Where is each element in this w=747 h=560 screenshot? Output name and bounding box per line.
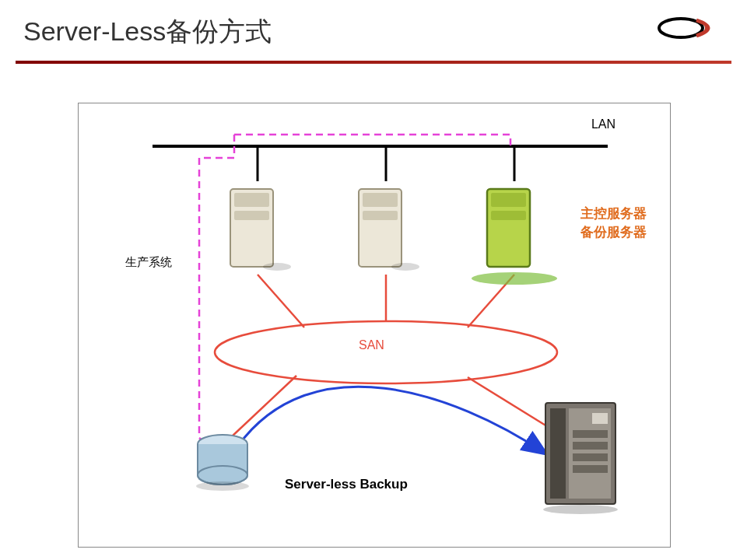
logo xyxy=(654,14,724,42)
svg-point-19 xyxy=(391,263,419,271)
svg-rect-31 xyxy=(573,442,608,450)
serverless-backup-label: Server-less Backup xyxy=(285,477,408,492)
storage-disk-icon xyxy=(191,430,254,492)
control-label-line2: 备份服务器 xyxy=(580,225,647,240)
svg-rect-17 xyxy=(363,193,398,207)
svg-point-15 xyxy=(263,263,291,271)
svg-rect-30 xyxy=(573,430,608,438)
header-rule xyxy=(16,61,731,64)
san-label: SAN xyxy=(359,338,384,352)
production-label: 生产系统 xyxy=(125,255,172,270)
svg-rect-27 xyxy=(550,408,566,499)
svg-rect-32 xyxy=(573,453,608,461)
control-server-label: 主控服务器 备份服务器 xyxy=(580,205,647,242)
svg-point-25 xyxy=(196,481,249,491)
svg-rect-18 xyxy=(363,211,398,220)
control-label-line1: 主控服务器 xyxy=(580,206,647,221)
diagram-container: LAN 生产系统 主控服务器 备份服务器 SAN Server-less Bac… xyxy=(78,103,671,548)
svg-point-5 xyxy=(215,321,557,383)
svg-line-8 xyxy=(468,275,514,327)
lan-label: LAN xyxy=(591,117,615,131)
svg-rect-13 xyxy=(234,193,269,207)
tape-library-icon xyxy=(538,399,623,516)
svg-point-34 xyxy=(543,505,618,514)
svg-rect-14 xyxy=(234,211,269,220)
svg-rect-33 xyxy=(573,465,608,473)
svg-rect-21 xyxy=(491,193,526,207)
svg-rect-22 xyxy=(491,211,526,220)
backup-control-server xyxy=(479,181,549,275)
production-server-2 xyxy=(351,181,421,275)
svg-line-6 xyxy=(258,275,304,327)
production-server-1 xyxy=(223,181,293,275)
svg-rect-29 xyxy=(592,413,608,424)
page-title: Server-Less备份方式 xyxy=(23,14,272,50)
svg-line-9 xyxy=(230,376,296,438)
